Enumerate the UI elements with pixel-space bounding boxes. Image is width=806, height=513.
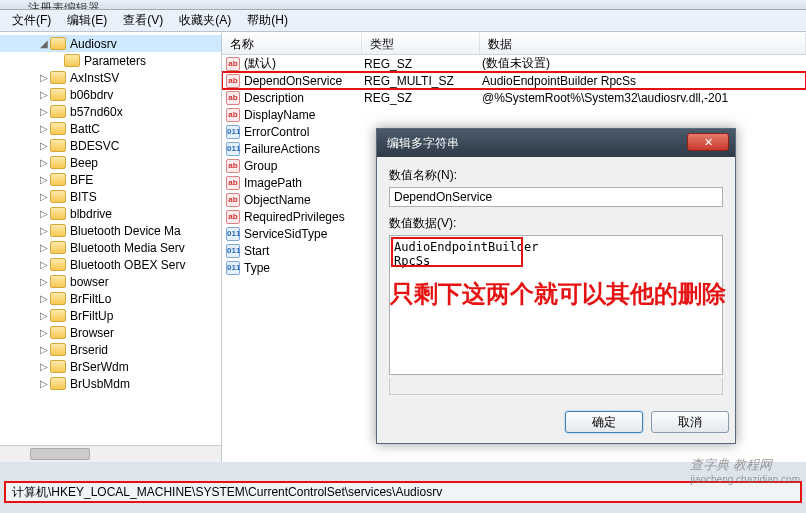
tree-toggle-icon[interactable]: ▷ xyxy=(38,242,50,253)
tree-item[interactable]: ▷Bluetooth Device Ma xyxy=(0,222,221,239)
folder-icon xyxy=(50,241,66,254)
cell-name: ObjectName xyxy=(244,193,311,207)
cancel-button[interactable]: 取消 xyxy=(651,411,729,433)
tree-toggle-icon[interactable]: ◢ xyxy=(38,38,50,49)
cell-name: ImagePath xyxy=(244,176,302,190)
tree-toggle-icon[interactable]: ▷ xyxy=(38,174,50,185)
reg-str-icon: ab xyxy=(226,210,240,224)
tree-item-label: BrFiltLo xyxy=(70,292,111,306)
dialog-titlebar[interactable]: 编辑多字符串 ✕ xyxy=(377,129,735,157)
folder-icon xyxy=(50,207,66,220)
dialog-title-text: 编辑多字符串 xyxy=(387,135,459,152)
tree-toggle-icon[interactable]: ▷ xyxy=(38,361,50,372)
reg-str-icon: ab xyxy=(226,176,240,190)
tree-item[interactable]: Parameters xyxy=(0,52,221,69)
tree-toggle-icon[interactable]: ▷ xyxy=(38,276,50,287)
label-value-name: 数值名称(N): xyxy=(389,167,723,184)
reg-bin-icon: 011 xyxy=(226,244,240,258)
menu-favorites[interactable]: 收藏夹(A) xyxy=(171,9,239,32)
tree-toggle-icon[interactable]: ▷ xyxy=(38,123,50,134)
tree-toggle-icon[interactable]: ▷ xyxy=(38,259,50,270)
menu-edit[interactable]: 编辑(E) xyxy=(59,9,115,32)
tree-toggle-icon[interactable]: ▷ xyxy=(38,225,50,236)
tree-item[interactable]: ▷BrSerWdm xyxy=(0,358,221,375)
tree-item[interactable]: ▷b57nd60x xyxy=(0,103,221,120)
tree-item-label: BFE xyxy=(70,173,93,187)
tree-item-label: b06bdrv xyxy=(70,88,113,102)
tree-item[interactable]: ▷AxInstSV xyxy=(0,69,221,86)
reg-bin-icon: 011 xyxy=(226,125,240,139)
tree-item-label: Audiosrv xyxy=(70,37,117,51)
folder-icon xyxy=(50,326,66,339)
tree-item[interactable]: ▷blbdrive xyxy=(0,205,221,222)
tree-item[interactable]: ▷b06bdrv xyxy=(0,86,221,103)
list-row[interactable]: abDependOnServiceREG_MULTI_SZAudioEndpoi… xyxy=(222,72,806,89)
tree-item-label: Parameters xyxy=(84,54,146,68)
reg-str-icon: ab xyxy=(226,108,240,122)
folder-icon xyxy=(50,309,66,322)
tree-item[interactable]: ▷BattC xyxy=(0,120,221,137)
folder-icon xyxy=(50,88,66,101)
cell-name: Group xyxy=(244,159,277,173)
tree-item-label: blbdrive xyxy=(70,207,112,221)
dialog-close-button[interactable]: ✕ xyxy=(687,133,729,151)
cell-name: ErrorControl xyxy=(244,125,309,139)
tree-item[interactable]: ▷Brserid xyxy=(0,341,221,358)
cell-name: Type xyxy=(244,261,270,275)
list-row[interactable]: ab(默认)REG_SZ(数值未设置) xyxy=(222,55,806,72)
cell-name: DependOnService xyxy=(244,74,342,88)
list-row[interactable]: abDisplayName xyxy=(222,106,806,123)
tree-horizontal-scrollbar[interactable] xyxy=(0,445,221,462)
folder-icon xyxy=(50,275,66,288)
tree-item[interactable]: ▷Beep xyxy=(0,154,221,171)
tree-item[interactable]: ▷Bluetooth OBEX Serv xyxy=(0,256,221,273)
tree-item[interactable]: ▷Bluetooth Media Serv xyxy=(0,239,221,256)
cell-name: Description xyxy=(244,91,304,105)
tree-item[interactable]: ▷bowser xyxy=(0,273,221,290)
tree-item[interactable]: ▷BrFiltUp xyxy=(0,307,221,324)
tree-item[interactable]: ▷BDESVC xyxy=(0,137,221,154)
folder-icon xyxy=(50,190,66,203)
tree-item[interactable]: ◢Audiosrv xyxy=(0,35,221,52)
tree-item[interactable]: ▷BrFiltLo xyxy=(0,290,221,307)
tree-toggle-icon[interactable]: ▷ xyxy=(38,89,50,100)
tree-item[interactable]: ▷BrUsbMdm xyxy=(0,375,221,392)
tree-toggle-icon[interactable]: ▷ xyxy=(38,140,50,151)
tree-item-label: BattC xyxy=(70,122,100,136)
tree-toggle-icon[interactable]: ▷ xyxy=(38,378,50,389)
header-type[interactable]: 类型 xyxy=(362,33,480,54)
header-name[interactable]: 名称 xyxy=(222,33,362,54)
folder-icon xyxy=(50,173,66,186)
edit-multistring-dialog: 编辑多字符串 ✕ 数值名称(N): 数值数据(V): 确定 取消 xyxy=(376,128,736,444)
tree-toggle-icon[interactable]: ▷ xyxy=(38,327,50,338)
menu-help[interactable]: 帮助(H) xyxy=(239,9,296,32)
header-data[interactable]: 数据 xyxy=(480,33,806,54)
tree-panel: ◢AudiosrvParameters▷AxInstSV▷b06bdrv▷b57… xyxy=(0,33,222,462)
tree-toggle-icon[interactable]: ▷ xyxy=(38,106,50,117)
tree-toggle-icon[interactable]: ▷ xyxy=(38,157,50,168)
cell-name: FailureActions xyxy=(244,142,320,156)
tree-item[interactable]: ▷BITS xyxy=(0,188,221,205)
cell-data: (数值未设置) xyxy=(480,55,806,72)
textarea-value-data[interactable] xyxy=(389,235,723,375)
tree-toggle-icon[interactable]: ▷ xyxy=(38,72,50,83)
tree-toggle-icon[interactable]: ▷ xyxy=(38,208,50,219)
tree-toggle-icon[interactable]: ▷ xyxy=(38,191,50,202)
list-row[interactable]: abDescriptionREG_SZ@%SystemRoot%\System3… xyxy=(222,89,806,106)
tree-item[interactable]: ▷BFE xyxy=(0,171,221,188)
menu-file[interactable]: 文件(F) xyxy=(4,9,59,32)
tree-item-label: Brserid xyxy=(70,343,108,357)
reg-str-icon: ab xyxy=(226,159,240,173)
tree-item[interactable]: ▷Browser xyxy=(0,324,221,341)
input-value-name[interactable] xyxy=(389,187,723,207)
cell-name: ServiceSidType xyxy=(244,227,327,241)
tree-toggle-icon[interactable]: ▷ xyxy=(38,293,50,304)
cell-data: AudioEndpointBuilder RpcSs xyxy=(480,74,806,88)
tree-toggle-icon[interactable]: ▷ xyxy=(38,310,50,321)
tree-toggle-icon[interactable]: ▷ xyxy=(38,344,50,355)
textarea-horizontal-scrollbar[interactable] xyxy=(389,378,723,395)
menu-view[interactable]: 查看(V) xyxy=(115,9,171,32)
ok-button[interactable]: 确定 xyxy=(565,411,643,433)
cell-type: REG_SZ xyxy=(362,57,480,71)
tree-item-label: Bluetooth OBEX Serv xyxy=(70,258,185,272)
